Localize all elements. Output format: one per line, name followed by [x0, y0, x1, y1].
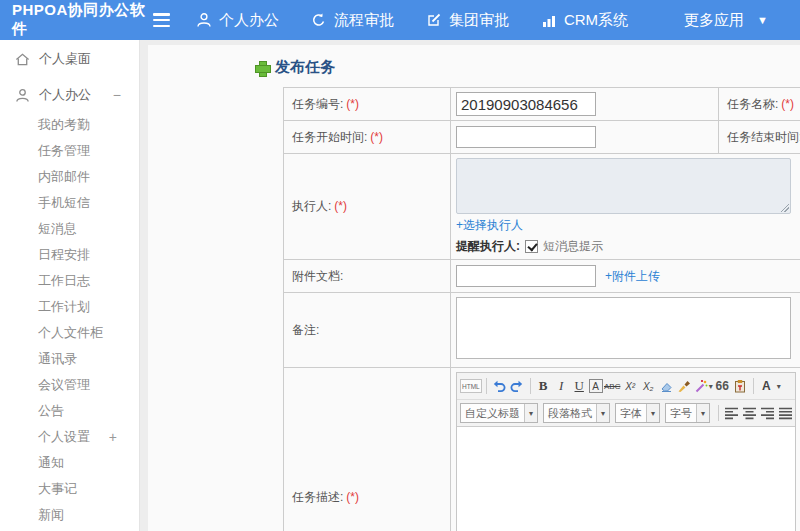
table-row: 执行人:(*) +选择执行人 提醒执行人: 短消息提示 — [284, 154, 800, 260]
align-justify-icon[interactable] — [777, 404, 794, 422]
paragraph-format-select[interactable]: 段落格式▾ — [543, 403, 610, 423]
sidebar: 个人桌面 个人办公 − 我的考勤 任务管理 内部邮件 手机短信 短消息 日程安排… — [0, 40, 140, 531]
sidebar-item-notice[interactable]: 通知 — [0, 450, 139, 476]
remind-executor-label: 提醒执行人: — [456, 238, 520, 255]
align-left-icon[interactable] — [723, 404, 740, 422]
sidebar-item-work-log[interactable]: 工作日志 — [0, 268, 139, 294]
sidebar-item-schedule[interactable]: 日程安排 — [0, 242, 139, 268]
sidebar-item-meeting-manage[interactable]: 会议管理 — [0, 372, 139, 398]
remark-label: 备注: — [292, 323, 319, 337]
page-header: 发布任务 — [255, 58, 800, 77]
font-dialog-button[interactable]: A — [589, 379, 603, 393]
underline-button[interactable]: U — [571, 377, 588, 395]
rich-text-editor: HTML B I U A ABC X² — [456, 372, 796, 531]
sidebar-item-attendance[interactable]: 我的考勤 — [0, 112, 139, 138]
start-time-label: 任务开始时间: — [292, 130, 367, 144]
sidebar-item-memorabilia[interactable]: 大事记 — [0, 476, 139, 502]
strikethrough-button[interactable]: ABC — [604, 377, 621, 395]
superscript-button[interactable]: X² — [622, 377, 639, 395]
sidebar-item-work-plan[interactable]: 工作计划 — [0, 294, 139, 320]
task-no-input[interactable] — [456, 92, 596, 116]
content-area: 发布任务 任务编号:(*) 任务名称:(*) 任务开始时间:(*) 任务结束时间… — [141, 40, 800, 531]
menu-toggle-icon[interactable] — [153, 13, 170, 27]
required-mark: (*) — [334, 199, 347, 213]
bold-button[interactable]: B — [535, 377, 552, 395]
attachment-input[interactable] — [456, 265, 596, 287]
chevron-down-icon: ▾ — [596, 404, 609, 422]
sidebar-item-personal-settings[interactable]: 个人设置+ — [0, 424, 139, 450]
font-color-button[interactable]: A — [758, 377, 775, 395]
sidebar-item-mobile-sms[interactable]: 手机短信 — [0, 190, 139, 216]
blockquote-button[interactable]: 66 — [714, 377, 731, 395]
app-window: PHPOA协同办公软件 个人办公 流程审批 集团审批 CRM系统 更多应用 ▼ … — [0, 0, 800, 531]
collapse-icon[interactable]: − — [113, 87, 121, 103]
executor-label: 执行人: — [292, 199, 331, 213]
table-row: 备注: — [284, 293, 800, 368]
nav-process-approval[interactable]: 流程审批 — [311, 11, 394, 30]
remark-textarea[interactable] — [456, 297, 791, 359]
page-title: 发布任务 — [275, 58, 335, 77]
sidebar-item-task-manage[interactable]: 任务管理 — [0, 138, 139, 164]
chevron-down-icon: ▾ — [646, 404, 659, 422]
attachment-label: 附件文档: — [292, 269, 343, 283]
table-row: 任务描述:(*) HTML B I U — [284, 368, 800, 531]
format-brush-icon[interactable] — [676, 377, 693, 395]
sidebar-item-personal-office[interactable]: 个人办公 − — [0, 78, 139, 112]
publish-task-panel: 发布任务 任务编号:(*) 任务名称:(*) 任务开始时间:(*) 任务结束时间… — [148, 45, 800, 531]
redo-icon[interactable] — [509, 377, 526, 395]
sidebar-item-file-cabinet[interactable]: 个人文件柜 — [0, 320, 139, 346]
home-icon — [15, 52, 30, 67]
expand-icon[interactable]: + — [109, 424, 117, 450]
attachment-upload-link[interactable]: +附件上传 — [605, 268, 660, 285]
end-time-label: 任务结束时间: — [727, 130, 800, 144]
chevron-down-icon: ▾ — [696, 404, 709, 422]
font-family-select[interactable]: 字体▾ — [615, 403, 660, 423]
user-icon — [15, 88, 30, 103]
subscript-button[interactable]: X₂ — [640, 377, 657, 395]
chevron-down-icon: ▼ — [757, 14, 768, 26]
custom-heading-select[interactable]: 自定义标题▾ — [460, 403, 538, 423]
align-right-icon[interactable] — [759, 404, 776, 422]
paste-icon[interactable] — [732, 377, 749, 395]
executor-textarea[interactable] — [456, 158, 791, 214]
magic-wand-icon[interactable]: ▾ — [694, 377, 713, 395]
sidebar-item-desktop[interactable]: 个人桌面 — [0, 40, 139, 78]
sidebar-item-announcement[interactable]: 公告 — [0, 398, 139, 424]
task-desc-label: 任务描述: — [292, 490, 343, 504]
process-refresh-icon — [311, 12, 327, 28]
nav-personal-office[interactable]: 个人办公 — [196, 11, 279, 30]
sidebar-submenu: 我的考勤 任务管理 内部邮件 手机短信 短消息 日程安排 工作日志 工作计划 个… — [0, 112, 139, 528]
sidebar-item-news[interactable]: 新闻 — [0, 502, 139, 528]
html-source-button[interactable]: HTML — [460, 379, 482, 393]
nav-crm-system[interactable]: CRM系统 — [541, 11, 628, 30]
task-name-label: 任务名称: — [727, 97, 778, 111]
bar-chart-icon — [541, 13, 557, 28]
undo-icon[interactable] — [491, 377, 508, 395]
chevron-down-icon: ▾ — [777, 382, 781, 391]
user-icon — [196, 12, 212, 28]
table-row: 任务开始时间:(*) 任务结束时间:(*) — [284, 121, 800, 154]
italic-button[interactable]: I — [553, 377, 570, 395]
font-size-select[interactable]: 字号▾ — [665, 403, 710, 423]
sms-remind-label: 短消息提示 — [543, 238, 603, 255]
top-navbar: PHPOA协同办公软件 个人办公 流程审批 集团审批 CRM系统 更多应用 ▼ — [0, 0, 800, 40]
required-mark: (*) — [370, 130, 383, 144]
start-time-input[interactable] — [456, 126, 596, 148]
editor-toolbar-row1: HTML B I U A ABC X² — [457, 373, 795, 399]
sidebar-item-internal-mail[interactable]: 内部邮件 — [0, 164, 139, 190]
align-center-icon[interactable] — [741, 404, 758, 422]
nav-group-approval[interactable]: 集团审批 — [426, 11, 509, 30]
required-mark: (*) — [781, 97, 794, 111]
sidebar-item-short-message[interactable]: 短消息 — [0, 216, 139, 242]
choose-executor-link[interactable]: +选择执行人 — [456, 217, 800, 234]
required-mark: (*) — [346, 97, 359, 111]
nav-more-apps[interactable]: 更多应用 ▼ — [684, 11, 768, 30]
sidebar-item-contacts[interactable]: 通讯录 — [0, 346, 139, 372]
required-mark: (*) — [346, 490, 359, 504]
app-logo: PHPOA协同办公软件 — [0, 1, 153, 39]
resize-grip-icon[interactable] — [780, 203, 789, 212]
chevron-down-icon: ▾ — [709, 382, 713, 391]
eraser-icon[interactable] — [658, 377, 675, 395]
editor-content-area[interactable] — [457, 426, 795, 531]
sms-remind-checkbox[interactable] — [525, 240, 538, 253]
